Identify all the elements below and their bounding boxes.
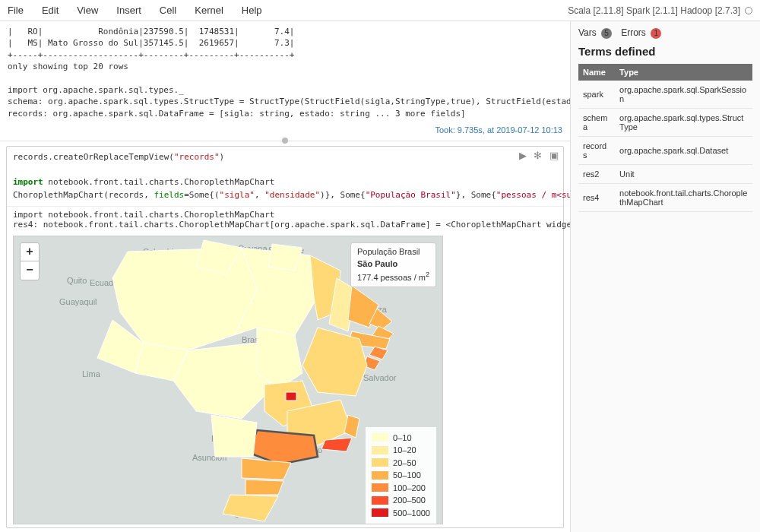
- terms-table: Name Type sparkorg.apache.spark.sql.Spar…: [578, 64, 752, 212]
- legend-swatch: [372, 496, 388, 505]
- legend-swatch: [372, 471, 388, 480]
- legend-label: 10–20: [393, 444, 416, 457]
- table-row: recordsorg.apache.spark.sql.Dataset: [578, 137, 752, 165]
- legend-row: 20–50: [372, 457, 430, 470]
- menubar: File Edit View Insert Cell Kernel Help S…: [0, 0, 760, 21]
- tooltip-value: 177.4 pessoas / m2: [357, 270, 429, 283]
- kernel-info: Scala [2.11.8] Spark [2.1.1] Hadoop [2.7…: [568, 5, 740, 16]
- legend-label: 500–1000: [393, 507, 430, 520]
- menu-edit[interactable]: Edit: [42, 5, 59, 16]
- tab-vars[interactable]: Vars 5: [578, 27, 612, 39]
- menu-help[interactable]: Help: [242, 5, 262, 16]
- col-name: Name: [578, 64, 615, 81]
- state-rs: [223, 495, 278, 521]
- table-row: sparkorg.apache.spark.sql.SparkSession: [578, 81, 752, 109]
- map-legend: 0–1010–2020–5050–100100–200200–500500–10…: [366, 427, 436, 524]
- menu-cell[interactable]: Cell: [160, 5, 176, 16]
- legend-swatch: [372, 458, 388, 467]
- col-type: Type: [615, 64, 752, 81]
- notebook-area: | RO| Rondônia|237590.5| 1748531| 7.4| |…: [0, 21, 570, 532]
- kernel-status-icon: [745, 7, 752, 14]
- map-tooltip: População Brasil São Paulo 177.4 pessoas…: [350, 242, 436, 287]
- menu-insert[interactable]: Insert: [116, 5, 141, 16]
- tooltip-title: População Brasil: [357, 246, 429, 258]
- cell-menu-icon[interactable]: ▣: [549, 150, 559, 161]
- legend-swatch: [372, 446, 388, 454]
- table-row: schemaorg.apache.spark.sql.types.StructT…: [578, 109, 752, 137]
- legend-label: 20–50: [393, 457, 416, 470]
- code-cell[interactable]: ▶ ✻ ▣ records.createOrReplaceTempView("r…: [6, 146, 564, 528]
- cell-toolbar: ▶ ✻ ▣: [510, 147, 563, 164]
- table-row: res4notebook.front.tail.charts.Choroplet…: [578, 184, 752, 212]
- state-sp[interactable]: [249, 430, 318, 464]
- add-cell-dot-icon[interactable]: [282, 138, 288, 144]
- legend-swatch: [372, 483, 388, 492]
- side-panel-title: Terms defined: [578, 45, 752, 58]
- legend-row: 200–500: [372, 494, 430, 507]
- state-ms: [211, 415, 257, 457]
- side-panel: Vars 5 Errors 1 Terms defined Name Type …: [570, 21, 760, 532]
- state-rj: [321, 438, 352, 451]
- code-editor[interactable]: records.createOrReplaceTempView("records…: [7, 147, 563, 206]
- legend-row: 50–100: [372, 469, 430, 482]
- cell-timing: Took: 9.735s, at 2019-07-12 10:13: [0, 124, 570, 139]
- zoom-control: + −: [20, 242, 40, 280]
- table-row: res2Unit: [578, 165, 752, 184]
- vars-count-badge: 5: [601, 28, 612, 39]
- zoom-in-button[interactable]: +: [21, 243, 39, 261]
- legend-swatch: [372, 508, 388, 517]
- legend-label: 100–200: [393, 482, 426, 495]
- legend-row: 100–200: [372, 482, 430, 495]
- menu-kernel[interactable]: Kernel: [195, 5, 223, 16]
- legend-label: 200–500: [393, 494, 426, 507]
- menu-view[interactable]: View: [77, 5, 98, 16]
- tab-errors[interactable]: Errors 1: [621, 27, 661, 39]
- state-df: [286, 392, 296, 401]
- legend-label: 50–100: [393, 469, 421, 482]
- legend-row: 500–1000: [372, 507, 430, 520]
- cell-text-output: import notebook.front.tail.charts.Chorop…: [7, 206, 563, 233]
- legend-label: 0–10: [393, 432, 411, 445]
- choropleth-map[interactable]: ColombiaGuyanaSurinameEcuadorQuitoGuayaq…: [13, 236, 443, 524]
- cell-settings-icon[interactable]: ✻: [534, 150, 542, 161]
- legend-swatch: [372, 433, 388, 442]
- prev-cell-output: | RO| Rondônia|237590.5| 1748531| 7.4| |…: [0, 21, 570, 124]
- state-sc: [245, 480, 283, 495]
- errors-count-badge: 1: [651, 28, 661, 39]
- side-tabs: Vars 5 Errors 1: [578, 27, 752, 39]
- legend-row: 0–10: [372, 432, 430, 445]
- zoom-out-button[interactable]: −: [21, 261, 39, 280]
- menu-file[interactable]: File: [8, 5, 24, 16]
- cell-divider: [0, 141, 570, 141]
- run-cell-icon[interactable]: ▶: [519, 150, 527, 161]
- legend-row: 10–20: [372, 444, 430, 457]
- tooltip-state-name: São Paulo: [357, 258, 429, 270]
